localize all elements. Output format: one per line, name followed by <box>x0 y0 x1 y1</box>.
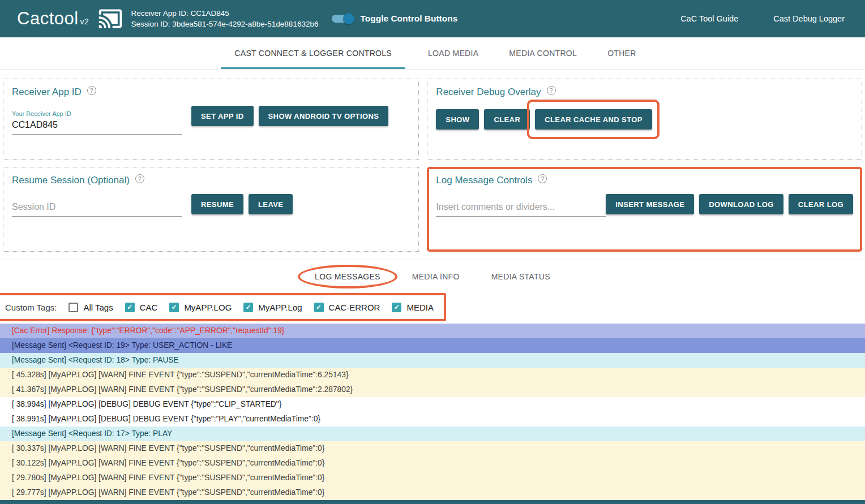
control-panels: Receiver App ID Your Receiver App ID SET… <box>3 79 862 252</box>
tag-label: CAC <box>140 303 158 312</box>
help-icon[interactable] <box>135 174 144 183</box>
receiver-app-id-field-label: Your Receiver App ID <box>12 110 182 117</box>
checkbox-checked-icon[interactable] <box>314 303 324 312</box>
toggle-thumb[interactable] <box>343 13 354 24</box>
panel-resume-session: Resume Session (Optional) RESUME LEAVE <box>3 167 419 252</box>
tag-label: MyAPP.LOG <box>184 303 232 312</box>
log-row: [ 30.337s] [MyAPP.LOG] [WARN] FINE EVENT… <box>0 441 865 456</box>
checkbox-checked-icon[interactable] <box>169 303 179 312</box>
brand-version: v2 <box>80 17 89 26</box>
log-row: [ 45.328s] [MyAPP.LOG] [WARN] FINE EVENT… <box>0 368 865 382</box>
tag-checkbox-myapp-log-upper[interactable]: MyAPP.LOG <box>169 303 232 312</box>
checkbox-checked-icon[interactable] <box>125 303 135 312</box>
log-row: [ 29.780s] [MyAPP.LOG] [WARN] FINE EVENT… <box>0 471 865 485</box>
tab-media-status[interactable]: MEDIA STATUS <box>488 272 554 281</box>
insert-message-button[interactable]: INSERT MESSAGE <box>606 194 694 214</box>
log-row: [Message Sent] <Request ID: 19> Type: US… <box>0 338 865 353</box>
panel-receiver-debug-overlay: Receiver Debug Overlay SHOW CLEAR CLEAR … <box>427 79 862 160</box>
app-brand: Cactoolv2 <box>17 8 89 29</box>
log-row: [ 38.991s] [MyAPP.LOG] [DEBUG] DEBUG EVE… <box>0 412 865 427</box>
log-row: [Message Sent] <Request ID: 18> Type: PA… <box>0 353 865 368</box>
panel-title-receiver-debug-overlay: Receiver Debug Overlay <box>436 87 541 98</box>
tag-label: MEDIA <box>406 303 434 312</box>
log-row: [Cac Error] Response: {"type":"ERROR","c… <box>0 324 865 338</box>
log-comment-field <box>436 194 606 217</box>
help-icon[interactable] <box>547 86 556 95</box>
tab-other[interactable]: OTHER <box>599 37 644 69</box>
log-row: [ 41.367s] [MyAPP.LOG] [WARN] FINE EVENT… <box>0 382 865 397</box>
clear-overlay-button[interactable]: CLEAR <box>484 109 530 130</box>
tag-checkbox-all-tags[interactable]: All Tags <box>68 303 113 312</box>
leave-button[interactable]: LEAVE <box>249 194 293 214</box>
download-log-button[interactable]: DOWNLOAD LOG <box>699 194 783 214</box>
checkbox-checked-icon[interactable] <box>392 303 401 312</box>
log-tab-bar: LOG MESSAGES MEDIA INFO MEDIA STATUS <box>0 260 865 293</box>
checkbox-unchecked-icon[interactable] <box>68 303 78 312</box>
log-message-list: [Cac Error] Response: {"type":"ERROR","c… <box>0 324 865 500</box>
panel-title-resume-session: Resume Session (Optional) <box>12 175 130 186</box>
panel-title-receiver-app-id: Receiver App ID <box>12 87 82 98</box>
control-buttons-toggle[interactable] <box>332 13 353 24</box>
tab-media-info[interactable]: MEDIA INFO <box>409 272 463 281</box>
log-section: LOG MESSAGES MEDIA INFO MEDIA STATUS Cus… <box>0 260 865 500</box>
tag-checkbox-cac[interactable]: CAC <box>125 303 158 312</box>
session-info: Receiver App ID: CC1AD845 Session ID: 3b… <box>131 8 318 29</box>
bottom-bar <box>0 500 865 504</box>
session-id-text: Session ID: 3bdea581-574e-4292-a8be-51de… <box>131 19 318 29</box>
panel-log-message-controls: Log Message Controls INSERT MESSAGE DOWN… <box>427 167 862 252</box>
clear-cache-annotation-wrap: CLEAR CACHE AND STOP <box>535 109 652 130</box>
tab-load-media[interactable]: LOAD MEDIA <box>420 37 486 69</box>
custom-tags-bar: Custom Tags: All Tags CAC MyAPP.LOG MyAP… <box>0 293 446 321</box>
tag-checkbox-cac-error[interactable]: CAC-ERROR <box>314 303 380 312</box>
receiver-app-id-text: Receiver App ID: CC1AD845 <box>131 8 318 19</box>
session-id-field <box>12 194 182 217</box>
cac-tool-guide-link[interactable]: CaC Tool Guide <box>680 14 738 23</box>
receiver-app-id-field: Your Receiver App ID <box>12 110 182 135</box>
clear-cache-and-stop-button[interactable]: CLEAR CACHE AND STOP <box>535 109 652 130</box>
app-header: Cactoolv2 Receiver App ID: CC1AD845 Sess… <box>0 0 865 37</box>
tag-checkbox-myapp-log-mixed[interactable]: MyAPP.Log <box>243 303 302 312</box>
log-comment-input[interactable] <box>436 194 606 217</box>
log-row: [ 30.122s] [MyAPP.LOG] [WARN] FINE EVENT… <box>0 456 865 471</box>
help-icon[interactable] <box>538 174 547 183</box>
tab-log-messages-label: LOG MESSAGES <box>315 272 380 281</box>
main-tab-bar: CAST CONNECT & LOGGER CONTROLS LOAD MEDI… <box>0 37 865 70</box>
session-id-input[interactable] <box>12 194 182 217</box>
panel-title-log-message-controls: Log Message Controls <box>436 175 532 186</box>
tag-label: MyAPP.Log <box>258 303 302 312</box>
tag-checkbox-media[interactable]: MEDIA <box>392 303 434 312</box>
show-android-tv-options-button[interactable]: SHOW ANDROID TV OPTIONS <box>259 106 389 126</box>
clear-log-button[interactable]: CLEAR LOG <box>789 194 853 214</box>
brand-name: Cactool <box>17 8 79 28</box>
cast-debug-logger-link[interactable]: Cast Debug Logger <box>773 14 845 23</box>
toggle-label: Toggle Control Buttons <box>360 14 457 24</box>
tag-label: CAC-ERROR <box>329 303 380 312</box>
custom-tags-label: Custom Tags: <box>5 303 57 312</box>
cast-icon <box>98 6 123 31</box>
tag-label: All Tags <box>83 303 113 312</box>
log-row: [Message Sent] <Request ID: 17> Type: PL… <box>0 427 865 441</box>
log-row: [ 29.777s] [MyAPP.LOG] [WARN] FINE EVENT… <box>0 485 865 500</box>
receiver-app-id-input[interactable] <box>12 117 182 135</box>
help-icon[interactable] <box>87 86 96 95</box>
tab-cast-connect-logger-controls[interactable]: CAST CONNECT & LOGGER CONTROLS <box>221 37 405 69</box>
resume-button[interactable]: RESUME <box>191 194 243 214</box>
panel-receiver-app-id: Receiver App ID Your Receiver App ID SET… <box>3 79 419 160</box>
tab-media-control[interactable]: MEDIA CONTROL <box>501 37 585 69</box>
show-overlay-button[interactable]: SHOW <box>436 109 479 130</box>
tab-log-messages[interactable]: LOG MESSAGES <box>311 272 384 281</box>
set-app-id-button[interactable]: SET APP ID <box>191 106 254 126</box>
header-links: CaC Tool Guide Cast Debug Logger <box>680 14 850 23</box>
checkbox-checked-icon[interactable] <box>243 303 253 312</box>
log-row: [ 38.994s] [MyAPP.LOG] [DEBUG] DEBUG EVE… <box>0 397 865 412</box>
